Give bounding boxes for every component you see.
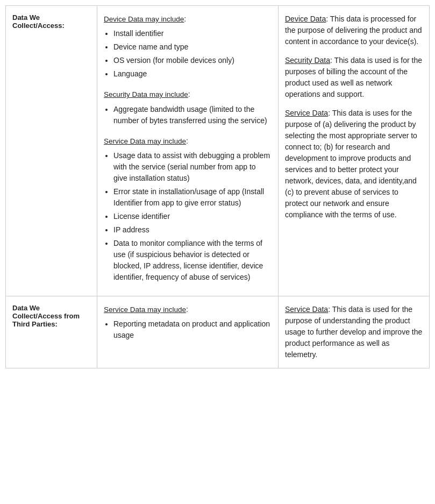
label-text: Data We Collect/Access: — [12, 13, 65, 30]
service-data2-list: Reporting metadata on product and applic… — [113, 318, 272, 341]
service-data2-colon: : — [186, 305, 188, 314]
list-item: Device name and type — [113, 41, 272, 53]
list-item: IP address — [113, 224, 272, 236]
list-item: Install identifier — [113, 28, 272, 39]
list-item: Aggregate bandwidth usage (limited to th… — [113, 104, 272, 126]
service-data-colon: : — [186, 137, 188, 145]
service-purpose2-para: Service Data: This data is used for the … — [285, 304, 423, 360]
service-purpose-para: Service Data: This data is uses for the … — [285, 108, 423, 221]
list-item: License identifier — [113, 211, 272, 222]
row2-data: Service Data may include: Reporting meta… — [97, 296, 279, 368]
row2-purpose: Service Data: This data is used for the … — [279, 296, 429, 368]
list-item: OS version (for mobile devices only) — [113, 55, 272, 66]
label-text: Data We Collect/Access from Third Partie… — [12, 304, 80, 328]
table-row: Data We Collect/Access from Third Partie… — [6, 296, 429, 368]
row1-purpose: Device Data: This data is processed for … — [279, 6, 429, 296]
security-data-colon: : — [188, 90, 190, 98]
list-item: Usage data to assist with debugging a pr… — [113, 150, 272, 184]
service-data-list: Usage data to assist with debugging a pr… — [113, 150, 272, 283]
device-data-colon: : — [184, 15, 186, 23]
security-purpose-term: Security Data — [285, 56, 330, 65]
security-data-title: Security Data may include — [104, 89, 188, 100]
row1-label: Data We Collect/Access: — [6, 6, 97, 296]
security-purpose-para: Security Data: This data is used is for … — [285, 55, 423, 100]
table-row: Data We Collect/Access: Device Data may … — [6, 6, 429, 296]
service-purpose2-term: Service Data — [285, 305, 328, 314]
security-data-list: Aggregate bandwidth usage (limited to th… — [113, 104, 272, 126]
device-purpose-para: Device Data: This data is processed for … — [285, 13, 423, 47]
device-data-title: Device Data may include — [104, 14, 184, 25]
service-data2-title: Service Data may include — [104, 304, 186, 315]
list-item: Reporting metadata on product and applic… — [113, 318, 272, 341]
row2-label: Data We Collect/Access from Third Partie… — [6, 296, 97, 368]
device-purpose-term: Device Data — [285, 15, 326, 23]
list-item: Data to monitor compliance with the term… — [113, 238, 272, 283]
row1-data: Device Data may include: Install identif… — [97, 6, 279, 296]
service-purpose-term: Service Data — [285, 109, 328, 117]
list-item: Language — [113, 68, 272, 80]
privacy-table: Data We Collect/Access: Device Data may … — [5, 5, 430, 368]
device-data-list: Install identifier Device name and type … — [113, 28, 272, 80]
list-item: Error state in installation/usage of app… — [113, 186, 272, 209]
service-purpose-text: : This data is uses for the purpose of (… — [285, 109, 417, 219]
service-data-title: Service Data may include — [104, 136, 186, 147]
